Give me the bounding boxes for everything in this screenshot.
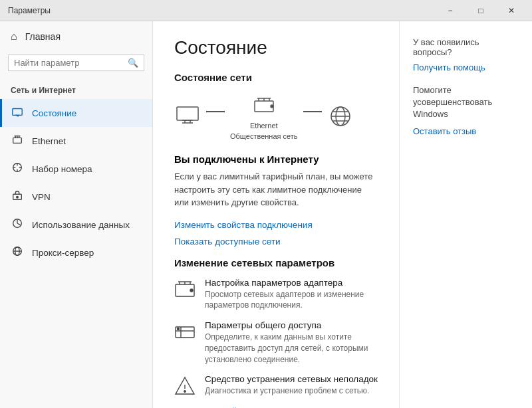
nd-line-1 (206, 111, 225, 112)
sidebar-item-dial[interactable]: Набор номера (0, 155, 152, 183)
titlebar-title: Параметры (8, 6, 51, 15)
connected-desc: Если у вас лимитный тарифный план, вы мо… (174, 170, 378, 209)
app-container: ⌂ Главная 🔍 Сеть и Интернет Состояние (0, 21, 532, 408)
svg-point-29 (271, 105, 273, 108)
help-link[interactable]: Получить помощь (413, 62, 519, 72)
change-connection-link[interactable]: Изменить свойства подключения (174, 220, 378, 230)
sidebar-search-box[interactable]: 🔍 (8, 54, 144, 71)
close-button[interactable]: ✕ (496, 0, 527, 21)
nd-computer (174, 103, 201, 130)
sidebar-item-data-usage-label: Использование данных (32, 220, 130, 230)
troubleshoot-desc: Диагностика и устранение проблем с сетью… (205, 385, 378, 397)
svg-rect-19 (177, 107, 198, 120)
vpn-icon (11, 189, 24, 204)
proxy-icon (11, 245, 24, 260)
status-icon (11, 106, 24, 120)
sharing-desc: Определите, к каким данным вы хотите пре… (205, 332, 378, 365)
network-change-section: Настройка параметров адаптера Просмотр с… (174, 278, 378, 397)
adapter-icon (174, 279, 196, 300)
svg-point-47 (184, 391, 186, 392)
minimize-button[interactable]: − (435, 0, 466, 21)
right-panel-improve: Помогите усовершенствовать Windows (413, 84, 519, 121)
nd-network-label: Общественная сеть (230, 132, 298, 140)
sidebar-item-proxy-label: Прокси-сервер (32, 248, 94, 258)
sidebar-home[interactable]: ⌂ Главная (0, 21, 152, 52)
sidebar-item-vpn-label: VPN (32, 192, 51, 202)
network-diagram: Ethernet Общественная сеть (174, 92, 378, 140)
sharing-icon (174, 322, 196, 343)
main-content: Состояние Состояние сети (153, 21, 399, 408)
sidebar-item-ethernet-label: Ethernet (32, 136, 66, 146)
titlebar: Параметры − □ ✕ (0, 0, 532, 21)
sharing-content: Параметры общего доступа Определите, к к… (205, 320, 378, 365)
nd-ethernet-label: Ethernet (250, 122, 278, 130)
ethernet-icon (11, 134, 24, 148)
right-panel-question: У вас появились вопросы? (413, 37, 519, 57)
nd-router: Ethernet Общественная сеть (230, 92, 298, 140)
network-status-title: Состояние сети (174, 72, 378, 83)
svg-rect-0 (13, 109, 22, 116)
nd-globe (327, 103, 354, 130)
sharing-title: Параметры общего доступа (205, 320, 378, 330)
maximize-button[interactable]: □ (466, 0, 496, 21)
data-usage-icon (11, 217, 24, 232)
titlebar-controls: − □ ✕ (435, 0, 527, 21)
adapter-desc: Просмотр сетевых адаптеров и изменение п… (205, 289, 378, 312)
adapter-title: Настройка параметров адаптера (205, 278, 378, 288)
right-panel: У вас появились вопросы? Получить помощь… (399, 21, 532, 408)
troubleshoot-content: Средство устранения сетевых неполадок Ди… (205, 374, 378, 397)
page-title: Состояние (174, 37, 378, 58)
connected-title: Вы подключены к Интернету (174, 153, 378, 165)
show-networks-link[interactable]: Показать доступные сети (174, 237, 378, 247)
sidebar: ⌂ Главная 🔍 Сеть и Интернет Состояние (0, 21, 153, 408)
adapter-content: Настройка параметров адаптера Просмотр с… (205, 278, 378, 312)
sidebar-item-ethernet[interactable]: Ethernet (0, 127, 152, 155)
search-icon: 🔍 (128, 58, 138, 68)
troubleshoot-option: Средство устранения сетевых неполадок Ди… (174, 374, 378, 397)
feedback-link[interactable]: Оставить отзыв (413, 126, 519, 136)
sharing-option: Параметры общего доступа Определите, к к… (174, 320, 378, 365)
sidebar-home-label: Главная (25, 31, 61, 42)
sidebar-item-status-label: Состояние (32, 108, 76, 118)
svg-point-14 (17, 196, 19, 198)
sidebar-item-dial-label: Набор номера (32, 164, 92, 174)
home-icon: ⌂ (11, 31, 17, 43)
svg-point-44 (178, 328, 180, 330)
sidebar-item-proxy[interactable]: Прокси-сервер (0, 239, 152, 266)
adapter-option: Настройка параметров адаптера Просмотр с… (174, 278, 378, 312)
nd-line-2 (303, 111, 322, 112)
search-input[interactable] (14, 58, 124, 68)
troubleshoot-title: Средство устранения сетевых неполадок (205, 374, 378, 384)
svg-rect-3 (13, 138, 22, 143)
troubleshoot-icon (174, 375, 196, 397)
sidebar-item-vpn[interactable]: VPN (0, 183, 152, 211)
sidebar-item-data-usage[interactable]: Использование данных (0, 211, 152, 239)
change-section-title: Изменение сетевых параметров (174, 257, 378, 268)
sidebar-section-label: Сеть и Интернет (0, 79, 152, 99)
sidebar-item-status[interactable]: Состояние (0, 99, 152, 127)
dial-icon (11, 161, 24, 176)
svg-point-40 (190, 289, 193, 292)
